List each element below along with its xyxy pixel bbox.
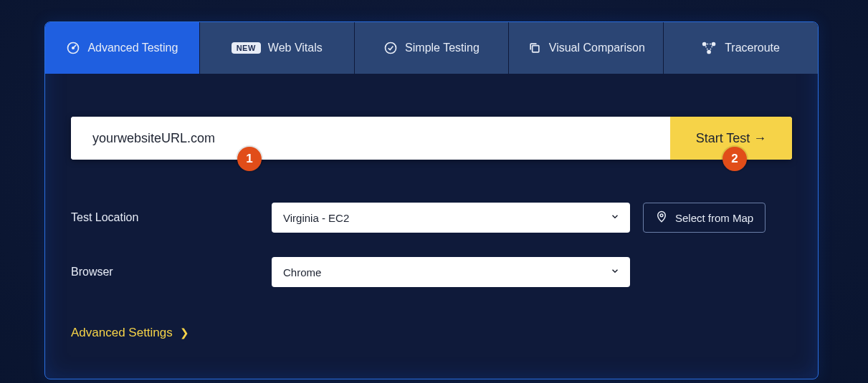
browser-label: Browser bbox=[71, 266, 272, 278]
new-badge: NEW bbox=[232, 42, 261, 54]
url-input[interactable] bbox=[71, 117, 670, 160]
tab-visual-comparison[interactable]: Visual Comparison bbox=[509, 22, 664, 74]
tab-label: Web Vitals bbox=[268, 42, 323, 54]
browser-row: Browser Chrome bbox=[71, 257, 792, 287]
select-value: Virginia - EC2 bbox=[283, 212, 349, 224]
advanced-settings-link[interactable]: Advanced Settings ❯ bbox=[71, 326, 189, 340]
tab-bar: Advanced Testing NEW Web Vitals Simple T… bbox=[45, 22, 818, 74]
tab-simple-testing[interactable]: Simple Testing bbox=[355, 22, 510, 74]
tab-traceroute[interactable]: Traceroute bbox=[664, 22, 818, 74]
tab-label: Advanced Testing bbox=[87, 42, 178, 54]
svg-rect-3 bbox=[532, 46, 538, 52]
select-map-label: Select from Map bbox=[675, 212, 753, 224]
tab-label: Simple Testing bbox=[405, 42, 480, 54]
content-area: Start Test → Test Location Virginia - EC… bbox=[45, 74, 818, 340]
test-location-select[interactable]: Virginia - EC2 bbox=[272, 203, 630, 233]
gauge-icon bbox=[66, 41, 80, 55]
check-circle-icon bbox=[383, 41, 398, 55]
testing-panel: Advanced Testing NEW Web Vitals Simple T… bbox=[44, 21, 819, 379]
tab-label: Traceroute bbox=[725, 42, 780, 54]
copy-icon bbox=[528, 41, 542, 55]
route-icon bbox=[702, 41, 717, 55]
select-value: Chrome bbox=[283, 266, 321, 278]
browser-select[interactable]: Chrome bbox=[272, 257, 630, 287]
tab-advanced-testing[interactable]: Advanced Testing bbox=[45, 22, 200, 74]
annotation-badge-2: 2 bbox=[722, 147, 747, 171]
annotation-badge-1: 1 bbox=[237, 147, 262, 171]
tab-web-vitals[interactable]: NEW Web Vitals bbox=[200, 22, 355, 74]
test-location-label: Test Location bbox=[71, 211, 272, 224]
svg-point-2 bbox=[386, 43, 396, 54]
url-row: Start Test → bbox=[71, 117, 792, 160]
advanced-settings-label: Advanced Settings bbox=[71, 326, 173, 340]
chevron-down-icon bbox=[610, 212, 620, 224]
svg-point-1 bbox=[72, 47, 75, 49]
map-pin-icon bbox=[655, 210, 668, 226]
chevron-down-icon bbox=[610, 266, 620, 278]
svg-point-7 bbox=[660, 213, 663, 216]
select-from-map-button[interactable]: Select from Map bbox=[643, 203, 766, 233]
tab-label: Visual Comparison bbox=[549, 42, 645, 54]
chevron-right-icon: ❯ bbox=[180, 326, 189, 339]
test-location-row: Test Location Virginia - EC2 Select from… bbox=[71, 203, 792, 233]
